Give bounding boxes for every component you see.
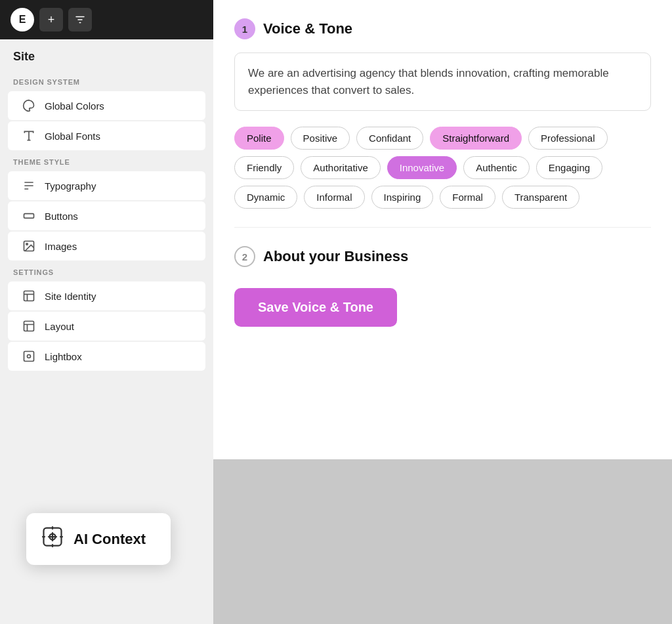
tag-formal[interactable]: Formal <box>440 186 495 209</box>
divider <box>234 227 651 228</box>
ai-context-icon <box>41 525 64 553</box>
elementor-logo[interactable]: E <box>10 8 34 31</box>
svg-rect-6 <box>24 291 34 301</box>
typography-icon <box>21 178 37 194</box>
images-icon <box>21 238 37 254</box>
tag-positive[interactable]: Positive <box>291 127 350 150</box>
theme-style-label: THEME STYLE <box>0 152 213 170</box>
step1-header: 1 Voice & Tone <box>234 18 651 39</box>
svg-point-9 <box>28 355 31 358</box>
sidebar-item-global-colors[interactable]: Global Colors <box>8 91 205 120</box>
sidebar-item-typography[interactable]: Typography <box>8 171 205 200</box>
svg-rect-3 <box>24 214 34 218</box>
layout-icon <box>21 318 37 334</box>
ai-context-popup[interactable]: AI Context <box>26 513 171 565</box>
step2-title: About your Business <box>263 248 408 265</box>
tag-polite[interactable]: Polite <box>234 127 284 150</box>
sidebar-toolbar: E + <box>0 0 213 39</box>
sidebar-item-site-identity[interactable]: Site Identity <box>8 281 205 310</box>
svg-point-5 <box>26 243 28 245</box>
sidebar-item-lightbox[interactable]: Lightbox <box>8 342 205 371</box>
save-button[interactable]: Save Voice & Tone <box>234 288 397 327</box>
lightbox-label: Lightbox <box>45 351 82 362</box>
tag-authentic[interactable]: Authentic <box>463 156 530 179</box>
tag-informal[interactable]: Informal <box>304 186 364 209</box>
sidebar-header: Site <box>0 39 213 72</box>
lightbox-icon <box>21 348 37 364</box>
tag-professional[interactable]: Professional <box>528 127 608 150</box>
add-button[interactable]: + <box>39 8 63 31</box>
tags-container: Polite Positive Confidant Straightforwar… <box>234 127 651 209</box>
design-system-label: DESIGN SYSTEM <box>0 72 213 90</box>
step2-header: 2 About your Business <box>234 246 651 267</box>
svg-rect-7 <box>24 322 34 331</box>
description-box: We are an advertising agency that blends… <box>234 52 651 111</box>
buttons-icon <box>21 208 37 224</box>
gray-area <box>213 459 672 624</box>
palette-icon <box>21 98 37 114</box>
settings-label: SETTINGS <box>0 262 213 280</box>
images-label: Images <box>45 241 77 252</box>
tag-innovative[interactable]: Innovative <box>387 156 457 179</box>
step2-number: 2 <box>234 246 255 267</box>
tag-authoritative[interactable]: Authoritative <box>301 156 380 179</box>
global-colors-label: Global Colors <box>45 100 104 112</box>
tag-transparent[interactable]: Transparent <box>502 186 579 209</box>
sidebar-item-global-fonts[interactable]: Global Fonts <box>8 121 205 150</box>
typography-label: Typography <box>45 180 96 192</box>
sidebar-item-images[interactable]: Images <box>8 232 205 260</box>
layout-label: Layout <box>45 321 74 332</box>
site-identity-label: Site Identity <box>45 291 96 302</box>
tag-inspiring[interactable]: Inspiring <box>371 186 434 209</box>
tag-confidant[interactable]: Confidant <box>356 127 423 150</box>
sidebar-item-buttons[interactable]: Buttons <box>8 201 205 230</box>
step1-title: Voice & Tone <box>263 20 352 37</box>
sidebar-item-layout[interactable]: Layout <box>8 312 205 341</box>
global-fonts-label: Global Fonts <box>45 131 100 142</box>
svg-rect-8 <box>24 352 34 362</box>
ai-context-label: AI Context <box>74 531 146 548</box>
step1-number: 1 <box>234 18 255 39</box>
tag-engaging[interactable]: Engaging <box>536 156 602 179</box>
main-panel: 1 Voice & Tone We are an advertising age… <box>213 0 672 459</box>
site-identity-icon <box>21 288 37 304</box>
tag-friendly[interactable]: Friendly <box>234 156 294 179</box>
tag-dynamic[interactable]: Dynamic <box>234 186 297 209</box>
filter-button[interactable] <box>68 8 92 31</box>
tag-straightforward[interactable]: Straightforward <box>430 127 522 150</box>
buttons-label: Buttons <box>45 211 78 222</box>
font-icon <box>21 128 37 144</box>
